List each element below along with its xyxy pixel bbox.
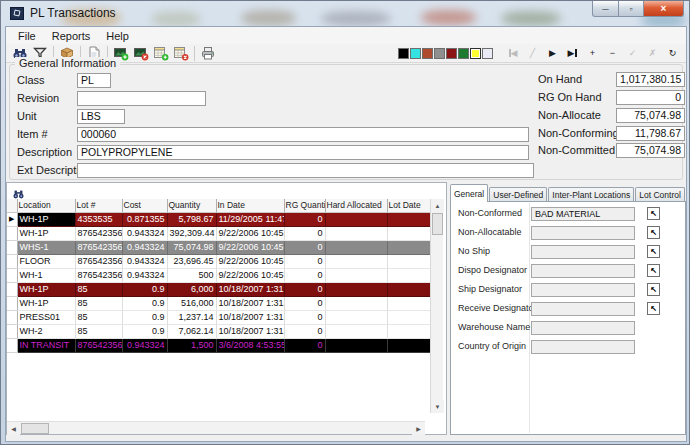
swatch-darkred[interactable] [446,48,457,59]
remove-grid-icon[interactable] [171,44,191,62]
field-class[interactable]: PL [77,73,111,88]
scroll-left-icon[interactable]: ◀ [7,422,20,435]
horizontal-scroll-thumb[interactable] [21,423,49,434]
grid-cell[interactable]: 516,000 [167,296,216,310]
table-row[interactable]: ▶WH-1P43535350.8713555,798.6711/29/2005 … [7,212,430,226]
swatch-rust[interactable] [422,48,433,59]
grid-cell[interactable]: 0 [284,310,325,324]
grid-cell[interactable] [325,254,387,268]
field-unit[interactable]: LBS [77,109,125,124]
grid-cell[interactable]: 0.943324 [122,240,167,254]
scroll-right-icon[interactable]: ▶ [412,422,425,435]
grid-cell[interactable]: 0 [284,226,325,240]
swatch-yellow[interactable] [470,48,481,59]
table-row[interactable]: PRESS01850.91,237.1410/18/2007 1:31:10 [7,310,430,324]
grid-cell[interactable] [387,324,430,338]
drilldown-button[interactable]: ↖ [647,283,660,296]
grid-cell[interactable] [325,310,387,324]
next-record-button[interactable]: ▶ [545,45,560,61]
grid-cell[interactable]: 0.9 [122,324,167,338]
first-record-button[interactable]: ◀ [505,45,520,61]
grid-cell[interactable] [387,212,430,226]
grid-cell[interactable]: WH-1P [17,212,75,226]
grid-cell[interactable]: 23,696.45 [167,254,216,268]
grid-cell[interactable] [325,296,387,310]
table-row[interactable]: IN TRANSIT87654235670.9433241,5003/6/200… [7,338,430,352]
grid-cell[interactable]: 85 [75,296,122,310]
vertical-scroll-thumb[interactable] [432,213,443,235]
table-row[interactable]: WH-1P850.9516,00010/18/2007 1:31:10 [7,296,430,310]
swatch-cyan[interactable] [410,48,421,59]
grid-cell[interactable]: 0 [284,254,325,268]
minimize-button[interactable]: ─ [592,1,619,17]
edit-record-button[interactable]: ╱ [525,45,540,61]
grid-cell[interactable]: PRESS01 [17,310,75,324]
drilldown-button[interactable]: ↖ [647,302,660,315]
detail-field-warehouse-name[interactable] [531,321,635,335]
field-item[interactable]: 000060 [77,127,529,142]
grid-cell[interactable]: 9/22/2006 10:45:0 [216,254,284,268]
detail-field-non-conformed[interactable]: BAD MATERIAL [531,207,635,221]
grid-cell[interactable]: 8765423567 [75,254,122,268]
table-row[interactable]: WH-1P87654235670.943324392,309.449/22/20… [7,226,430,240]
detail-field-dispo-designator[interactable] [531,264,635,278]
grid-cell[interactable]: 10/18/2007 1:31:1 [216,324,284,338]
grid-cell[interactable]: 0.9 [122,296,167,310]
column-header-lot[interactable]: Lot # [75,199,122,212]
grid-cell[interactable]: 0.9 [122,282,167,296]
grid-cell[interactable]: 9/22/2006 10:45:0 [216,226,284,240]
column-header-location[interactable]: Location [17,199,75,212]
menu-item-reports[interactable]: Reports [44,29,99,43]
grid-cell[interactable]: 75,074.98 [167,240,216,254]
grid-cell[interactable]: WH-2 [17,324,75,338]
grid-cell[interactable]: 8765423567 [75,268,122,282]
column-header-hard-allocated[interactable]: Hard Allocated [325,199,387,212]
tab-user-defined[interactable]: User-Defined [489,187,547,202]
column-header-rg-quantity[interactable]: RG Quantity [284,199,325,212]
grid-cell[interactable] [387,282,430,296]
grid-cell[interactable] [387,338,430,352]
grid-cell[interactable]: 500 [167,268,216,282]
grid-cell[interactable] [387,240,430,254]
grid-cell[interactable]: 0 [284,282,325,296]
post-edit-button[interactable]: ✓ [625,45,640,61]
grid-cell[interactable]: 9/22/2006 10:45:0 [216,240,284,254]
grid-cell[interactable]: 0.871355 [122,212,167,226]
grid-cell[interactable]: 6,000 [167,282,216,296]
grid-find-icon[interactable] [12,186,25,197]
table-row[interactable]: WH-187654235670.9433245009/22/2006 10:45… [7,268,430,282]
drilldown-button[interactable]: ↖ [647,245,660,258]
grid-cell[interactable]: 3/6/2008 4:53:55 [216,338,284,352]
add-grid-icon[interactable] [151,44,171,62]
table-row[interactable]: WHS-187654235670.94332475,074.989/22/200… [7,240,430,254]
grid-cell[interactable]: WH-1P [17,226,75,240]
insert-record-button[interactable]: + [585,45,600,61]
grid-cell[interactable] [387,296,430,310]
field-ext-description[interactable] [77,163,534,178]
grid-cell[interactable]: 0.943324 [122,254,167,268]
grid-cell[interactable]: 0 [284,268,325,282]
menu-item-help[interactable]: Help [98,29,137,43]
grid-cell[interactable]: 0 [284,324,325,338]
grid-cell[interactable]: 8765423567 [75,226,122,240]
grid-cell[interactable]: 0.9 [122,310,167,324]
grid-cell[interactable]: 0 [284,296,325,310]
detail-field-country-of-origin[interactable] [531,340,635,354]
swatch-green[interactable] [458,48,469,59]
grid-cell[interactable]: 8765423567 [75,338,122,352]
column-header-cost[interactable]: Cost [122,199,167,212]
grid-cell[interactable]: 9/22/2006 10:45:0 [216,268,284,282]
grid-cell[interactable]: 11/29/2005 11:47: [216,212,284,226]
swatch-white[interactable] [482,48,493,59]
delete-record-button[interactable]: − [605,45,620,61]
grid-cell[interactable]: 1,237.14 [167,310,216,324]
last-record-button[interactable]: ▶ [565,45,580,61]
restore-button[interactable]: ▫ [618,1,644,17]
grid-cell[interactable]: 10/18/2007 1:31:1 [216,310,284,324]
cancel-edit-button[interactable]: ✗ [645,45,660,61]
grid-cell[interactable]: IN TRANSIT [17,338,75,352]
grid-cell[interactable] [387,254,430,268]
grid-cell[interactable]: 8765423567 [75,240,122,254]
grid-cell[interactable] [325,268,387,282]
grid-cell[interactable] [325,338,387,352]
